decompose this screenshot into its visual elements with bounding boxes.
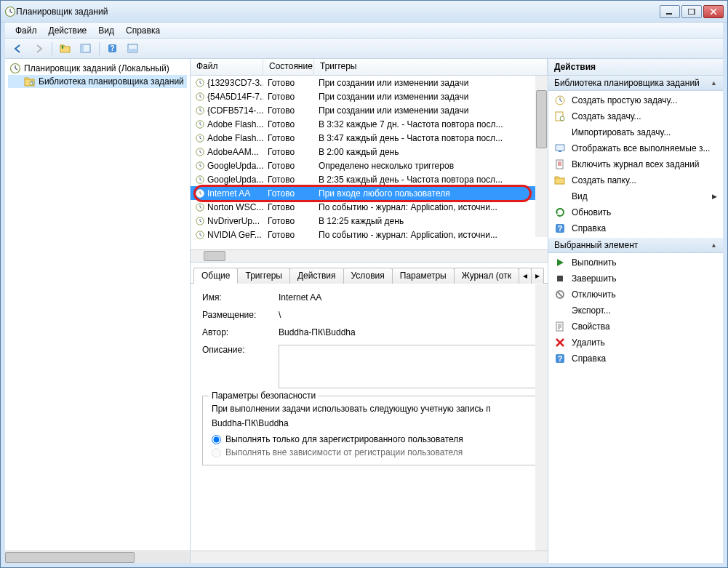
task-name: GoogleUpda... (207, 161, 263, 171)
action-label: Справка (572, 223, 606, 233)
description-label: Описание: (202, 345, 279, 355)
menu-action[interactable]: Действие (43, 24, 93, 37)
task-state: Готово (263, 147, 314, 157)
action-new[interactable]: Создать задачу... (548, 108, 723, 124)
clock-icon (195, 188, 205, 199)
action-refresh[interactable]: Обновить (548, 204, 723, 220)
action-help[interactable]: ?Справка (548, 220, 723, 236)
action-log[interactable]: Включить журнал всех заданий (548, 156, 723, 172)
task-row[interactable]: {54A5D14F-7...ГотовоПри создании или изм… (191, 89, 548, 103)
task-trigger: По событию - журнал: Application, источн… (314, 202, 548, 212)
radio-logged-only-label: Выполнять только для зарегистрированного… (225, 434, 463, 444)
tab-conditions[interactable]: Условия (343, 268, 393, 284)
menu-view[interactable]: Вид (92, 24, 120, 37)
task-name: AdobeAAM... (207, 147, 259, 157)
tree-hscrollbar[interactable] (5, 551, 190, 563)
task-trigger: В 2:35 каждый день - Частота повтора пос… (314, 175, 548, 185)
titlebar: Планировщик заданий (1, 1, 727, 23)
task-state: Готово (263, 92, 314, 102)
action-label: Свойства (572, 321, 610, 332)
svg-rect-31 (555, 178, 564, 184)
task-row[interactable]: {13293CD7-3...ГотовоПри создании или изм… (191, 76, 548, 89)
action-help[interactable]: ?Справка (548, 351, 723, 367)
action-display[interactable]: Отображать все выполняемые з... (548, 140, 723, 156)
chevron-right-icon: ▶ (712, 193, 717, 200)
task-row[interactable]: AdobeAAM...ГотовоВ 2:00 каждый день (191, 145, 548, 159)
action-disable[interactable]: Отключить (548, 287, 723, 303)
task-row[interactable]: Norton WSC...ГотовоПо событию - журнал: … (191, 200, 548, 214)
action-props[interactable]: Свойства (548, 319, 723, 335)
tab-actions[interactable]: Действия (289, 268, 344, 284)
disable-icon (554, 289, 566, 300)
action-label: Отключить (572, 289, 616, 300)
column-state[interactable]: Состояние (263, 59, 314, 75)
main: Планировщик заданий (Локальный) Библиоте… (5, 59, 723, 563)
tab-general[interactable]: Общие (193, 268, 238, 284)
location-label: Размещение: (202, 310, 279, 320)
action-label: Импортировать задачу... (572, 127, 671, 137)
menu-help[interactable]: Справка (120, 24, 166, 37)
action-delete[interactable]: Удалить (548, 335, 723, 351)
tree-root[interactable]: Планировщик заданий (Локальный) (8, 62, 187, 75)
import-icon (554, 127, 566, 138)
toolbar-panel-button[interactable] (77, 41, 95, 57)
action-wizard[interactable]: Создать простую задачу... (548, 92, 723, 108)
tree-library-label: Библиотека планировщика заданий (39, 76, 184, 87)
detail-body: Имя: Internet AA Размещение: \ Автор: Bu… (191, 284, 548, 551)
task-name: Adobe Flash... (207, 133, 263, 143)
svg-rect-29 (559, 151, 561, 152)
clock-icon (195, 230, 205, 240)
tab-scroll-right[interactable]: ▸ (531, 268, 544, 284)
task-row[interactable]: Internet AAГотовоПри входе любого пользо… (191, 186, 548, 200)
toolbar-folder-button[interactable] (57, 41, 74, 57)
task-row[interactable]: Adobe Flash...ГотовоВ 3:32 каждые 7 дн. … (191, 117, 548, 131)
action-import[interactable]: Импортировать задачу... (548, 124, 723, 140)
security-account: Buddha-ПК\Buddha (212, 418, 527, 428)
detail-vscrollbar[interactable] (535, 284, 548, 551)
task-row[interactable]: GoogleUpda...ГотовоОпределено несколько … (191, 159, 548, 172)
close-button[interactable] (703, 5, 724, 18)
menubar: Файл Действие Вид Справка (5, 23, 723, 39)
clock-icon (195, 119, 205, 129)
tab-scroll-left[interactable]: ◂ (519, 268, 532, 284)
action-run[interactable]: Выполнить (548, 255, 723, 271)
tab-history[interactable]: Журнал (отк (454, 268, 519, 284)
security-groupbox: Параметры безопасности При выполнении за… (202, 396, 536, 465)
action-folder[interactable]: Создать папку... (548, 172, 723, 188)
props-icon (554, 321, 566, 332)
maximize-button[interactable] (681, 5, 702, 18)
task-state: Готово (263, 230, 314, 240)
action-export[interactable]: Экспорт... (548, 303, 723, 319)
minimize-button[interactable] (660, 5, 680, 18)
toolbar-help-button[interactable]: ? (104, 41, 121, 57)
collapse-icon: ▲ (711, 241, 717, 249)
nav-back-button[interactable] (9, 41, 27, 57)
task-row[interactable]: NvDriverUp...ГотовоВ 12:25 каждый день (191, 214, 548, 228)
list-vscrollbar[interactable] (535, 76, 548, 237)
column-file[interactable]: Файл (191, 59, 263, 75)
action-stop[interactable]: Завершить (548, 271, 723, 287)
tab-settings[interactable]: Параметры (392, 268, 455, 284)
task-row[interactable]: GoogleUpda...ГотовоВ 2:35 каждый день - … (191, 172, 548, 186)
tab-triggers[interactable]: Триггеры (237, 268, 290, 284)
toolbar-detail-button[interactable] (124, 41, 142, 57)
action-view[interactable]: Вид▶ (548, 188, 723, 204)
detail-hscrollbar[interactable] (191, 551, 548, 563)
task-state: Готово (263, 216, 314, 226)
list-hscrollbar[interactable] (191, 249, 548, 262)
task-row[interactable]: {CDFB5714-...ГотовоПри создании или изме… (191, 103, 548, 117)
radio-logged-only[interactable] (212, 435, 221, 444)
nav-forward-button[interactable] (30, 41, 47, 57)
action-label: Отображать все выполняемые з... (572, 143, 710, 153)
actions-group1-header[interactable]: Библиотека планировщика заданий ▲ (548, 76, 723, 91)
menu-file[interactable]: Файл (9, 24, 43, 37)
description-textarea[interactable] (279, 345, 536, 388)
svg-text:?: ? (110, 44, 114, 52)
tree-library[interactable]: Библиотека планировщика заданий (8, 75, 187, 88)
task-row[interactable]: Adobe Flash...ГотовоВ 3:47 каждый день -… (191, 131, 548, 145)
task-row[interactable]: NVIDIA GeF...ГотовоПо событию - журнал: … (191, 228, 548, 241)
column-triggers[interactable]: Триггеры (314, 59, 548, 75)
actions-pane-header: Действия (548, 59, 723, 76)
task-trigger: Определено несколько триггеров (314, 161, 548, 171)
actions-group2-header[interactable]: Выбранный элемент ▲ (548, 238, 723, 253)
